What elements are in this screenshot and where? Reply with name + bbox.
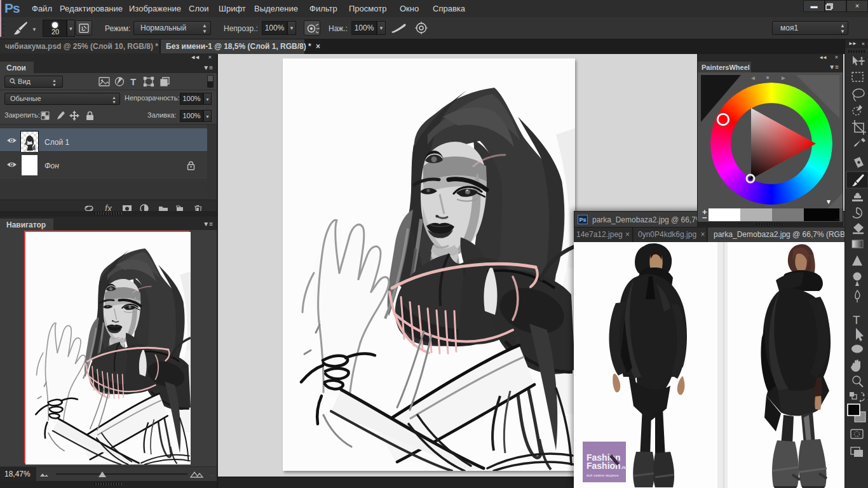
svg-text:T: T bbox=[853, 313, 860, 327]
svg-text:всё самое модное: всё самое модное bbox=[587, 473, 619, 477]
svg-text:T: T bbox=[130, 76, 136, 87]
